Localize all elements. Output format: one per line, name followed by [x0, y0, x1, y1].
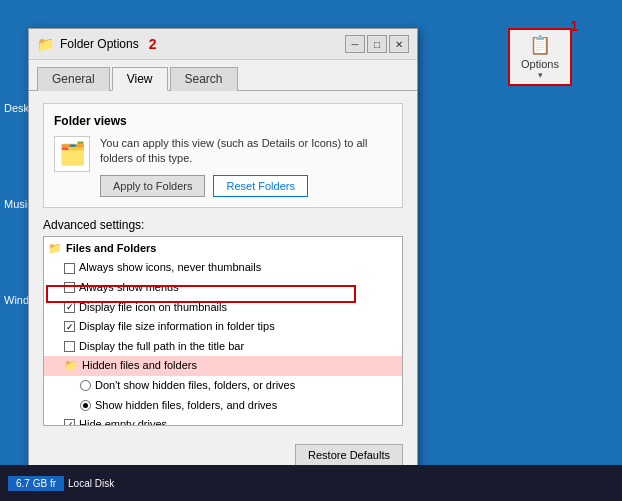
folder-views-content: 🗂️ You can apply this view (such as Deta…: [54, 136, 392, 197]
options-button[interactable]: 1 📋 Options ▾: [508, 28, 572, 86]
files-and-folders-header: 📁 Files and Folders: [44, 239, 402, 259]
options-arrow: ▾: [538, 70, 543, 80]
settings-list-wrapper: 📁 Files and Folders Always show icons, n…: [43, 236, 403, 426]
setting-dont-show-hidden[interactable]: Don't show hidden files, folders, or dri…: [44, 376, 402, 396]
folder-views-buttons: Apply to Folders Reset Folders: [100, 175, 392, 197]
folder-preview-icon: 🗂️: [54, 136, 90, 172]
display-full-path-label: Display the full path in the title bar: [79, 338, 244, 356]
tab-search[interactable]: Search: [170, 67, 238, 91]
setting-hide-empty-drives[interactable]: ✓ Hide empty drives: [44, 415, 402, 426]
radio-dont-show-hidden[interactable]: [80, 380, 91, 391]
folder-section-icon: 📁: [48, 240, 62, 258]
minimize-button[interactable]: ─: [345, 35, 365, 53]
taskbar-local-disk-label: Local Disk: [68, 478, 114, 489]
taskbar-disk-item[interactable]: 6.7 GB fr: [8, 476, 64, 491]
checkbox-always-icons[interactable]: [64, 263, 75, 274]
files-and-folders-label: Files and Folders: [66, 240, 156, 258]
advanced-settings-label: Advanced settings:: [43, 218, 403, 232]
taskbar-disk-label: 6.7 GB fr: [16, 478, 56, 489]
folder-views-section: Folder views 🗂️ You can apply this view …: [43, 103, 403, 208]
always-show-icons-label: Always show icons, never thumbnails: [79, 259, 261, 277]
tab-general[interactable]: General: [37, 67, 110, 91]
close-button[interactable]: ✕: [389, 35, 409, 53]
setting-display-full-path[interactable]: Display the full path in the title bar: [44, 337, 402, 357]
hide-empty-drives-label: Hide empty drives: [79, 416, 167, 426]
title-number: 2: [149, 36, 157, 52]
folder-views-title: Folder views: [54, 114, 392, 128]
options-number: 1: [570, 18, 578, 34]
always-show-menus-label: Always show menus: [79, 279, 179, 297]
dialog-icon: 📁: [37, 36, 54, 52]
setting-always-show-icons[interactable]: Always show icons, never thumbnails: [44, 258, 402, 278]
title-bar-left: 📁 Folder Options 2: [37, 36, 157, 52]
display-file-size-label: Display file size information in folder …: [79, 318, 275, 336]
maximize-button[interactable]: □: [367, 35, 387, 53]
apply-to-folders-button[interactable]: Apply to Folders: [100, 175, 205, 197]
restore-row: Restore Defaults: [29, 438, 417, 468]
title-bar-buttons: ─ □ ✕: [345, 35, 409, 53]
options-icon: 📋: [529, 34, 551, 56]
setting-display-file-icon[interactable]: ✓ Display file icon on thumbnails: [44, 298, 402, 318]
dialog-title: Folder Options: [60, 37, 139, 51]
taskbar: 6.7 GB fr Local Disk: [0, 465, 622, 501]
reset-folders-button[interactable]: Reset Folders: [213, 175, 307, 197]
folder-options-dialog: 📁 Folder Options 2 ─ □ ✕ General View Se…: [28, 28, 418, 501]
setting-show-hidden[interactable]: Show hidden files, folders, and drives 4: [44, 396, 402, 416]
radio-show-hidden[interactable]: [80, 400, 91, 411]
dont-show-hidden-label: Don't show hidden files, folders, or dri…: [95, 377, 295, 395]
tabs-bar: General View Search: [29, 60, 417, 91]
folder-views-description: You can apply this view (such as Details…: [100, 136, 392, 167]
show-hidden-label: Show hidden files, folders, and drives: [95, 397, 277, 415]
settings-list[interactable]: 📁 Files and Folders Always show icons, n…: [43, 236, 403, 426]
hidden-folder-icon: 📁: [64, 357, 78, 375]
setting-display-file-size[interactable]: ✓ Display file size information in folde…: [44, 317, 402, 337]
hidden-files-label: Hidden files and folders: [82, 357, 197, 375]
checkbox-always-menus[interactable]: [64, 282, 75, 293]
checkbox-hide-empty-drives[interactable]: ✓: [64, 419, 75, 425]
checkbox-display-file-size[interactable]: ✓: [64, 321, 75, 332]
checkbox-display-file-icon[interactable]: ✓: [64, 302, 75, 313]
title-bar: 📁 Folder Options 2 ─ □ ✕: [29, 29, 417, 60]
dialog-body: Folder views 🗂️ You can apply this view …: [29, 91, 417, 438]
setting-always-show-menus[interactable]: Always show menus: [44, 278, 402, 298]
display-file-icon-label: Display file icon on thumbnails: [79, 299, 227, 317]
hidden-files-subsection: 📁 Hidden files and folders 3: [44, 356, 402, 376]
tab-view[interactable]: View: [112, 67, 168, 91]
options-label: Options: [521, 58, 559, 70]
restore-defaults-button[interactable]: Restore Defaults: [295, 444, 403, 466]
folder-views-right: You can apply this view (such as Details…: [100, 136, 392, 197]
checkbox-display-full-path[interactable]: [64, 341, 75, 352]
